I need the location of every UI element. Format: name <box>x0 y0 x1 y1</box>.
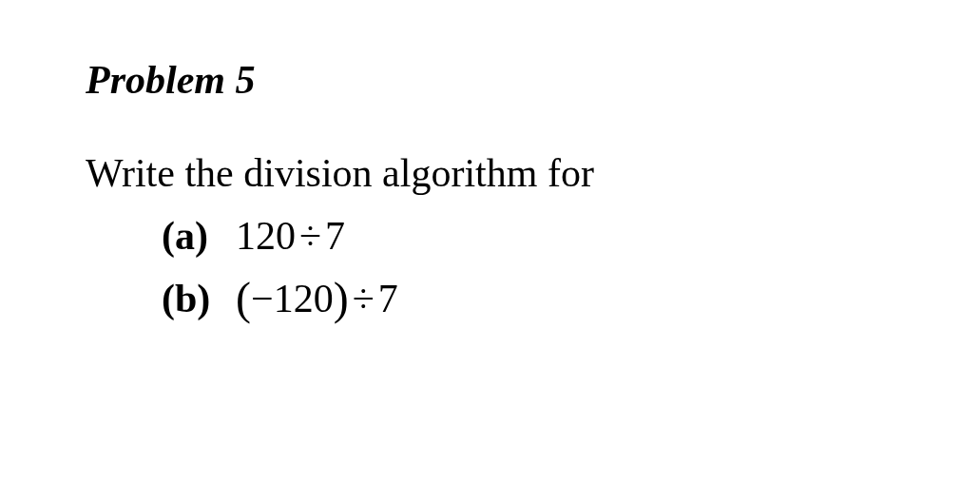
minus-sign: − <box>251 276 274 321</box>
instruction-text: Write the division algorithm for <box>86 150 894 196</box>
part-a-expression: 120 ÷ 7 <box>236 213 345 259</box>
part-b-expression: ( − 120 ) ÷ 7 <box>236 270 398 322</box>
open-paren: ( <box>236 272 251 324</box>
part-b-divisor: 7 <box>378 276 398 321</box>
division-operator: ÷ <box>353 276 375 321</box>
problem-heading: Problem 5 <box>86 57 894 103</box>
parts-list: (a) 120 ÷ 7 (b) ( − 120 ) ÷ 7 <box>86 213 894 322</box>
part-b-dividend: 120 <box>274 276 334 321</box>
part-a-divisor: 7 <box>325 213 345 259</box>
part-a-dividend: 120 <box>236 213 296 259</box>
close-paren: ) <box>334 272 349 324</box>
part-a: (a) 120 ÷ 7 <box>162 213 894 259</box>
part-b: (b) ( − 120 ) ÷ 7 <box>162 270 894 322</box>
part-b-label: (b) <box>162 276 219 321</box>
part-a-label: (a) <box>162 213 219 259</box>
division-operator: ÷ <box>299 213 321 259</box>
